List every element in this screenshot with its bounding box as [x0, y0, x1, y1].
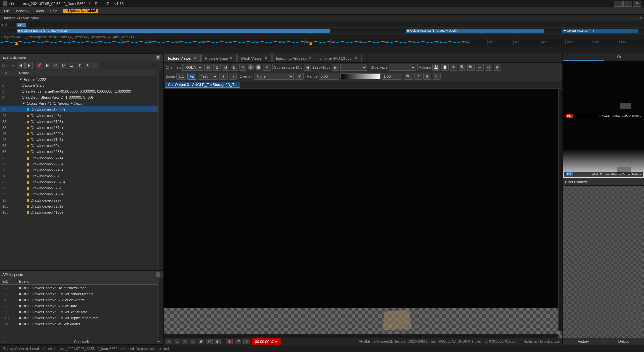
close-button[interactable]: ✕: [633, 1, 641, 7]
table-row[interactable]: 0 Capture Start: [0, 82, 158, 88]
api-table-row[interactable]: › 7 ID3D11DeviceContext::RSSetViewports: [0, 297, 158, 303]
api-inspector-close-button[interactable]: ✕: [156, 272, 160, 277]
loop-button[interactable]: ↺: [52, 62, 59, 69]
mip-next-button[interactable]: ▶: [332, 64, 339, 71]
inputs-tab[interactable]: Inputs: [563, 53, 604, 61]
table-row[interactable]: ▼ Colour Pass #1 (1 Targets + Depth): [0, 100, 158, 106]
tool-lightning-button[interactable]: ⚡: [198, 339, 204, 344]
api-inspector-table[interactable]: EID Event › 5 ID3D11DeviceContext::IASet…: [0, 278, 158, 339]
timeline-eid-content[interactable]: 23: [17, 21, 644, 27]
gamma-button[interactable]: ▼: [263, 64, 271, 71]
zoom-1-1-button[interactable]: 1:1: [176, 73, 186, 80]
mip-select[interactable]: [340, 64, 367, 71]
action-settings2-button[interactable]: ⚙: [494, 64, 501, 71]
texture-thumb-2[interactable]: DS ANGLE_createRenderTarget.Texture: [563, 120, 644, 179]
table-row[interactable]: 68 DrawIndexed(7258): [0, 161, 158, 167]
table-row[interactable]: 63 DrawIndexed(5724): [0, 155, 158, 161]
debug-button[interactable]: Debug: [604, 338, 644, 345]
tab-inject[interactable]: Inject into Process ✕: [272, 54, 315, 62]
hdr-button[interactable]: ◈: [248, 64, 254, 70]
channels-select[interactable]: RGBA: [182, 64, 203, 71]
range-settings-button[interactable]: ⚙: [423, 73, 431, 80]
menu-window[interactable]: Window: [13, 8, 32, 14]
api-table-row[interactable]: › 6 ID3D11DeviceContext::OMSetRenderTarg…: [0, 291, 158, 297]
action-refresh-button[interactable]: ↺: [485, 64, 492, 71]
timeline-pass-content-1[interactable]: ★ Colour Pass #1 (1 Targets + Depth) ★ C…: [17, 28, 644, 33]
table-row[interactable]: 83 DrawIndexed(13373): [0, 179, 158, 185]
tool-delete-button[interactable]: 🗑: [214, 339, 221, 344]
mic-button[interactable]: 🎤: [235, 339, 241, 344]
tab-texture-viewer[interactable]: Texture Viewer ✕: [164, 54, 201, 62]
b2-channel-button[interactable]: B: [231, 64, 238, 71]
record-button[interactable]: 00:00:00 结束: [252, 338, 281, 345]
api-table-row[interactable]: › 9 ID3D11DeviceContext::OMSetBlendState: [0, 309, 158, 315]
api-table-row[interactable]: › 11 ID3D11DeviceContext::VSSetShader: [0, 321, 158, 327]
tab-mesh-viewer[interactable]: Mesh Viewer ✕: [237, 54, 271, 62]
table-row[interactable]: 3 ClearRenderTargetView(0.000000, 0.0000…: [0, 88, 158, 94]
menu-tools[interactable]: Tools: [33, 8, 47, 14]
tool-arrow-button[interactable]: ↗: [190, 339, 196, 344]
minimize-button[interactable]: ─: [614, 1, 623, 7]
action-zoom-out-button[interactable]: 🔍: [467, 64, 475, 71]
tool-rect-button[interactable]: □: [174, 339, 180, 344]
range-refresh-button[interactable]: ↻: [433, 73, 441, 80]
tab-chrome[interactable]: chrome [PID 13556] ✕: [316, 54, 362, 62]
api-table-row[interactable]: › 10 ID3D11DeviceContext::OMSetDepthSten…: [0, 315, 158, 321]
timeline-close-button[interactable]: ✕: [639, 16, 642, 20]
table-row[interactable]: 43 DrawIndexed(6292): [0, 131, 158, 137]
close-overlay-button[interactable]: ✕: [243, 339, 250, 344]
tab-chrome-close[interactable]: ✕: [354, 56, 358, 60]
table-row[interactable]: 78 DrawIndexed(28): [0, 173, 158, 179]
table-row[interactable]: 88 DrawIndexed(873): [0, 185, 158, 191]
range-min-input[interactable]: 0.00: [319, 73, 339, 80]
slice-select[interactable]: [389, 64, 416, 71]
a-channel-button[interactable]: A: [239, 64, 246, 71]
zoom-fit-button[interactable]: Fit: [187, 73, 196, 80]
pixel-context-content[interactable]: [563, 186, 644, 338]
tab-pipeline-state[interactable]: Pipeline State ✕: [201, 54, 237, 62]
api-inspector-scrollbar[interactable]: [158, 278, 163, 339]
display-button[interactable]: ⊞: [255, 64, 261, 70]
g-channel-button[interactable]: G: [222, 64, 230, 71]
tool-pencil-button[interactable]: ✏: [166, 339, 172, 344]
range-reset-button[interactable]: ↺: [414, 73, 422, 80]
overlay-arrow-button[interactable]: ▼: [295, 73, 304, 80]
zoom-flip-button[interactable]: ⇆: [229, 73, 237, 80]
mip-prev-button[interactable]: ◀: [304, 64, 311, 71]
action-pencil-button[interactable]: ✏: [476, 64, 484, 71]
bookmarks-button[interactable]: 📌: [36, 62, 43, 69]
table-row-selected[interactable]: 23 DrawIndexed(12862): [0, 106, 158, 113]
api-table-row[interactable]: › 5 ID3D11DeviceContext::IASetIndexBuffe…: [0, 285, 158, 291]
range-max-input[interactable]: 1.00: [382, 73, 402, 80]
texture-thumb-1[interactable]: RD ANGLE_TexStorage2D.Texture: [563, 61, 644, 120]
back-button[interactable]: ◀: [17, 62, 25, 69]
tab-mesh-viewer-close[interactable]: ✕: [264, 56, 268, 60]
tab-pipeline-state-close[interactable]: ✕: [229, 56, 233, 60]
audio-off-button[interactable]: 🔇: [226, 339, 233, 344]
table-row[interactable]: 58 DrawIndexed(2233): [0, 149, 158, 155]
outputs-tab[interactable]: Outputs: [604, 53, 644, 61]
tool-undo-button[interactable]: ↺: [206, 339, 213, 344]
more-button[interactable]: ⋯: [92, 62, 99, 69]
maximize-button[interactable]: □: [623, 1, 632, 7]
zoom-dropdown-button[interactable]: ▼: [219, 73, 228, 80]
overlay-select[interactable]: None: [254, 73, 294, 80]
api-table-row[interactable]: › 8 ID3D11DeviceContext::RSSetState: [0, 303, 158, 309]
menu-help[interactable]: Help: [47, 8, 60, 14]
event-browser-close-button[interactable]: ✕: [156, 55, 160, 60]
table-row[interactable]: ▼ Frame #5860: [0, 76, 158, 82]
action-zoom-in-button[interactable]: 🔍: [459, 64, 466, 71]
table-row[interactable]: 38 DrawIndexed(2314): [0, 125, 158, 131]
zoom-percent-select[interactable]: 49%: [198, 73, 218, 80]
table-row[interactable]: 73 DrawIndexed(2745): [0, 167, 158, 173]
forward-button[interactable]: ▶: [25, 62, 33, 69]
table-row[interactable]: 48 DrawIndexed(7141): [0, 137, 158, 143]
table-row[interactable]: 108 DrawIndexed(4108): [0, 209, 158, 215]
tab-texture-viewer-close[interactable]: ✕: [193, 56, 197, 60]
b-channel-button[interactable]: B: [213, 64, 220, 71]
menu-file[interactable]: File: [1, 8, 13, 14]
viewport-scrollbar-h[interactable]: [164, 334, 558, 338]
settings-button[interactable]: ⚙: [60, 62, 67, 69]
output-tab-0[interactable]: Cur Output 0 - ANGLE_TexStorage2D_T...: [165, 82, 240, 88]
range-search-button[interactable]: 🔍: [404, 73, 413, 80]
